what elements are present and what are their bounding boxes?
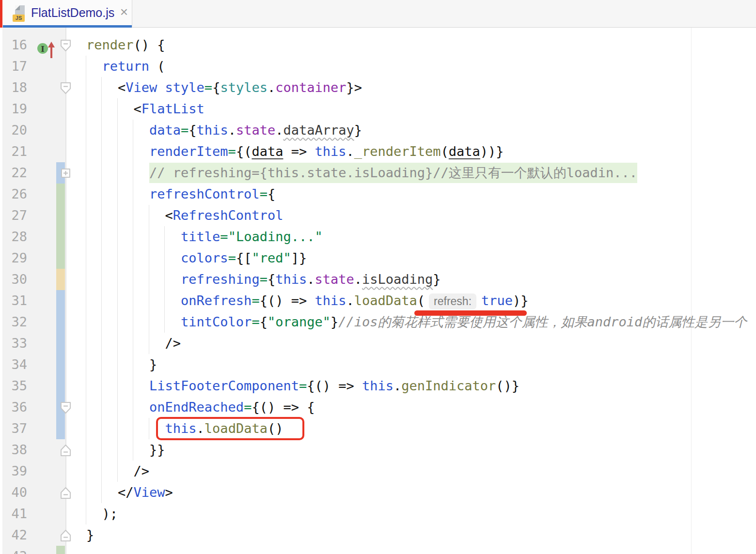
- code-line[interactable]: ListFooterComponent={() => this.genIndic…: [0, 375, 756, 397]
- partial-line: 43: [0, 546, 194, 554]
- fold-marker-icon[interactable]: [60, 401, 71, 414]
- code-line[interactable]: onEndReached={() => {: [0, 397, 756, 418]
- code-token: genIndicator: [401, 378, 496, 393]
- fold-marker-icon[interactable]: [60, 167, 71, 180]
- code-line[interactable]: render() {: [0, 34, 756, 56]
- code-token: ))}: [480, 144, 504, 159]
- editor: 1617181920212226272829303132333435363738…: [0, 28, 756, 554]
- tab-flatlistdemo[interactable]: JS FlatListDemo.js ×: [3, 0, 132, 28]
- tab-close-icon[interactable]: ×: [116, 0, 132, 25]
- code-token: data: [149, 123, 181, 138]
- code-line[interactable]: colors={["red"]}: [0, 247, 756, 269]
- code-token: refreshing: [181, 272, 260, 287]
- code-token: this: [197, 123, 228, 138]
- code-token: render: [86, 37, 134, 52]
- code-token: [86, 59, 102, 74]
- code-line[interactable]: <View style={styles.container}>: [0, 77, 756, 98]
- code-line[interactable]: onRefresh={() => this.loadData(refresh:t…: [0, 290, 756, 311]
- code-token: (: [441, 144, 449, 159]
- code-token: >: [165, 485, 173, 500]
- code-line[interactable]: title="Loading...": [0, 226, 756, 247]
- code-token: <: [86, 208, 173, 223]
- code-line[interactable]: <FlatList: [0, 98, 756, 120]
- code-line[interactable]: // refreshing={this.state.isLoading}//这里…: [0, 162, 756, 184]
- code-line[interactable]: </View>: [0, 482, 756, 503]
- code-token: [86, 400, 149, 415]
- code-token: );: [86, 506, 118, 521]
- code-token: .: [275, 123, 283, 138]
- code-token: [157, 80, 165, 95]
- code-token: //ios的菊花样式需要使用这个属性，如果android的话属性是另一个: [338, 314, 747, 329]
- code-area[interactable]: render() { return ( <View style={styles.…: [0, 34, 756, 546]
- code-token: {: [189, 123, 196, 138]
- code-token: isLoading: [362, 272, 433, 287]
- code-token: [86, 186, 149, 201]
- partial-line-number: 43: [0, 546, 27, 554]
- code-token: return: [102, 59, 150, 74]
- js-file-icon-badge: JS: [13, 15, 25, 22]
- code-line[interactable]: }: [0, 354, 756, 375]
- code-token: {: [268, 272, 275, 287]
- code-token: =: [252, 293, 259, 308]
- fold-marker-icon[interactable]: [60, 529, 71, 542]
- code-token: state: [315, 272, 354, 287]
- code-token: .: [268, 80, 275, 95]
- code-token: =: [260, 272, 268, 287]
- code-line[interactable]: />: [0, 333, 756, 354]
- code-token: .: [346, 144, 354, 159]
- code-token: [86, 293, 181, 308]
- code-line[interactable]: return (: [0, 56, 756, 77]
- code-token: _renderItem: [354, 144, 441, 159]
- code-token: "red": [252, 250, 291, 265]
- code-token: RefreshControl: [173, 208, 284, 223]
- code-token: }: [433, 272, 441, 287]
- code-token: [86, 250, 181, 265]
- code-token: [86, 314, 181, 329]
- code-line[interactable]: renderItem={(data => this._renderItem(da…: [0, 141, 756, 162]
- code-line[interactable]: refreshing={this.state.isLoading}: [0, 269, 756, 290]
- code-token: .: [346, 293, 354, 308]
- code-token: =: [260, 186, 268, 201]
- code-token: [86, 123, 149, 138]
- code-token: }}: [86, 442, 165, 457]
- code-line[interactable]: <RefreshControl: [0, 205, 756, 226]
- code-token: .: [394, 378, 401, 393]
- code-line[interactable]: );: [0, 503, 756, 524]
- fold-marker-icon[interactable]: [60, 487, 71, 499]
- code-line[interactable]: data={this.state.dataArray}: [0, 120, 756, 141]
- code-token: title: [181, 229, 220, 244]
- code-line[interactable]: refreshControl={: [0, 184, 756, 205]
- code-token: onEndReached: [149, 400, 244, 415]
- code-token: "orange": [268, 314, 331, 329]
- code-token: {[: [236, 250, 252, 265]
- fold-marker-icon[interactable]: [60, 39, 71, 52]
- code-token: data: [449, 144, 480, 159]
- test-run-icon[interactable]: I: [37, 40, 57, 59]
- code-token: this: [315, 293, 346, 308]
- code-line[interactable]: }}: [0, 439, 756, 461]
- fold-marker-icon[interactable]: [60, 82, 71, 94]
- code-line[interactable]: tintColor={"orange"}//ios的菊花样式需要使用这个属性，如…: [0, 311, 756, 333]
- code-token: =>: [283, 144, 315, 159]
- code-line[interactable]: }: [0, 524, 756, 546]
- code-token: =: [220, 229, 228, 244]
- code-token: }: [86, 527, 94, 542]
- code-line[interactable]: />: [0, 461, 756, 482]
- code-token: <: [86, 101, 142, 116]
- code-line[interactable]: this.loadData(): [0, 418, 756, 439]
- code-token: [86, 272, 181, 287]
- tab-bar: JS FlatListDemo.js ×: [0, 0, 756, 28]
- code-token: [86, 165, 149, 180]
- code-token: [86, 229, 181, 244]
- code-token: <: [86, 80, 126, 95]
- code-token: onRefresh: [181, 293, 252, 308]
- code-token: {: [268, 186, 275, 201]
- code-token: (: [149, 59, 165, 74]
- code-token: ListFooterComponent: [149, 378, 299, 393]
- fold-marker-icon[interactable]: [60, 444, 71, 457]
- code-token: {() =>: [260, 293, 315, 308]
- code-token: />: [86, 336, 181, 351]
- code-token: styles: [220, 80, 268, 95]
- code-token: .: [228, 123, 236, 138]
- folded-region[interactable]: // refreshing={this.state.isLoading}//这里…: [149, 163, 637, 183]
